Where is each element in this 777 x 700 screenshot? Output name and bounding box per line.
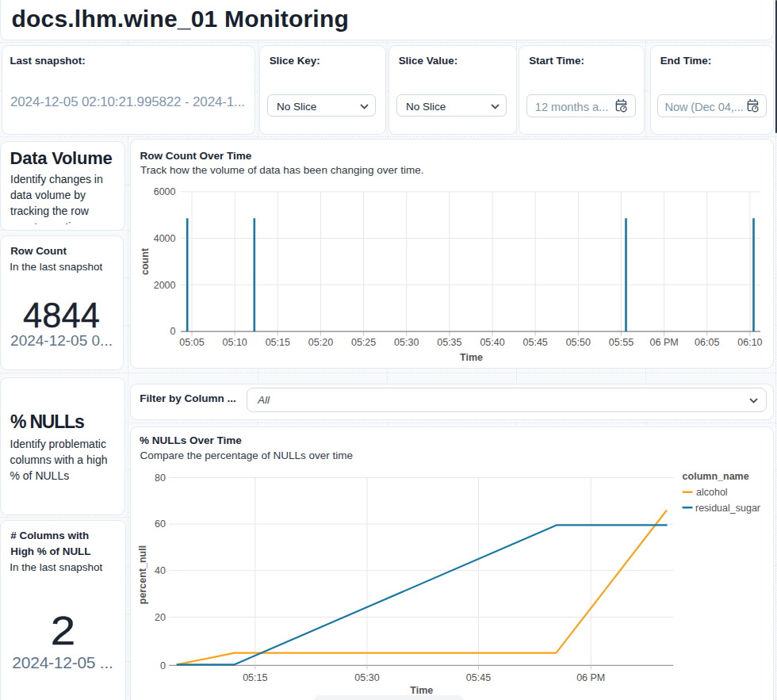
svg-text:alcohol: alcohol (696, 487, 728, 498)
svg-text:Time: Time (410, 684, 433, 695)
svg-text:05:25: 05:25 (350, 337, 375, 348)
svg-text:20: 20 (155, 611, 166, 622)
svg-text:05:10: 05:10 (222, 337, 247, 348)
svg-text:06:10: 06:10 (737, 337, 762, 348)
svg-text:06 PM: 06 PM (649, 337, 678, 348)
svg-text:05:40: 05:40 (480, 337, 504, 348)
svg-text:40: 40 (155, 564, 166, 576)
svg-text:count: count (140, 247, 151, 275)
svg-text:06 PM: 06 PM (576, 672, 605, 683)
svg-text:05:50: 05:50 (565, 337, 590, 348)
svg-text:column_name: column_name (683, 470, 749, 481)
svg-text:06:05: 06:05 (695, 337, 719, 348)
svg-text:05:30: 05:30 (394, 337, 419, 348)
svg-text:05:15: 05:15 (243, 672, 267, 683)
svg-text:05:55: 05:55 (608, 337, 633, 348)
svg-text:0: 0 (170, 326, 175, 337)
svg-text:05:30: 05:30 (354, 672, 379, 683)
svg-text:0: 0 (160, 660, 166, 671)
svg-text:80: 80 (155, 472, 166, 483)
svg-text:residual_sugar: residual_sugar (695, 502, 760, 513)
svg-text:4000: 4000 (153, 233, 175, 244)
svg-text:05:45: 05:45 (466, 672, 491, 683)
svg-text:05:05: 05:05 (179, 337, 204, 348)
svg-text:6000: 6000 (153, 186, 175, 197)
svg-text:2000: 2000 (153, 280, 175, 291)
svg-text:05:20: 05:20 (308, 337, 332, 348)
svg-text:05:35: 05:35 (437, 337, 461, 348)
svg-text:Time: Time (460, 352, 483, 363)
svg-text:60: 60 (155, 518, 166, 530)
svg-text:05:45: 05:45 (522, 337, 547, 348)
svg-text:05:15: 05:15 (265, 337, 289, 348)
svg-text:percent_null: percent_null (137, 545, 148, 603)
